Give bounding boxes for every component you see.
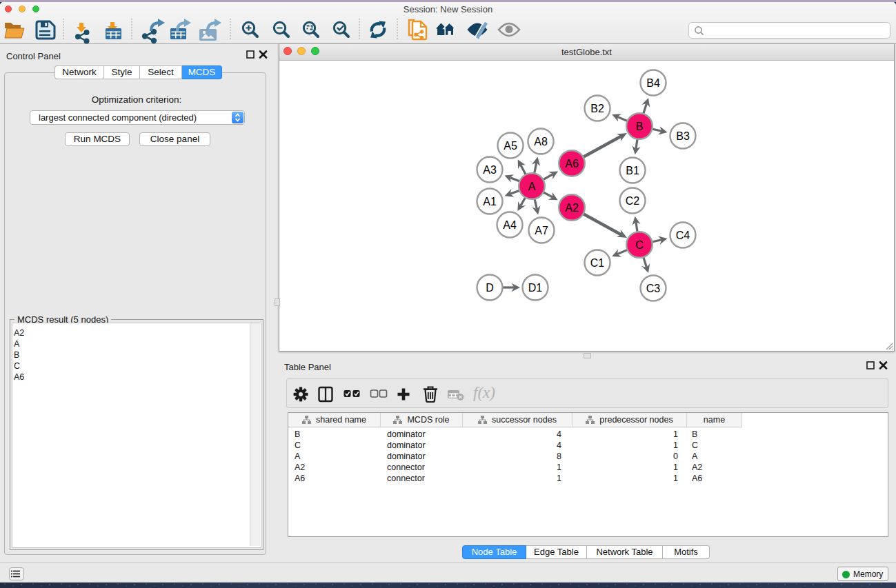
svg-text:A2: A2: [565, 202, 579, 214]
svg-text:C: C: [635, 239, 644, 251]
svg-text:D: D: [486, 282, 494, 294]
svg-text:A: A: [528, 181, 536, 192]
svg-text:C3: C3: [646, 283, 661, 294]
svg-text:D1: D1: [528, 282, 543, 294]
svg-text:A8: A8: [534, 136, 548, 148]
svg-text:A3: A3: [483, 164, 497, 176]
svg-text:B: B: [636, 121, 644, 132]
svg-text:A7: A7: [535, 225, 548, 236]
svg-text:B2: B2: [590, 103, 604, 114]
svg-text:C2: C2: [626, 195, 640, 207]
svg-text:A1: A1: [483, 196, 497, 207]
svg-text:A5: A5: [504, 140, 517, 152]
svg-text:B3: B3: [676, 130, 690, 142]
svg-text:B1: B1: [626, 165, 639, 176]
svg-text:C1: C1: [590, 257, 605, 269]
svg-text:A4: A4: [503, 219, 517, 231]
svg-text:C4: C4: [676, 230, 690, 241]
svg-text:A6: A6: [565, 158, 579, 170]
svg-text:B4: B4: [646, 77, 660, 89]
